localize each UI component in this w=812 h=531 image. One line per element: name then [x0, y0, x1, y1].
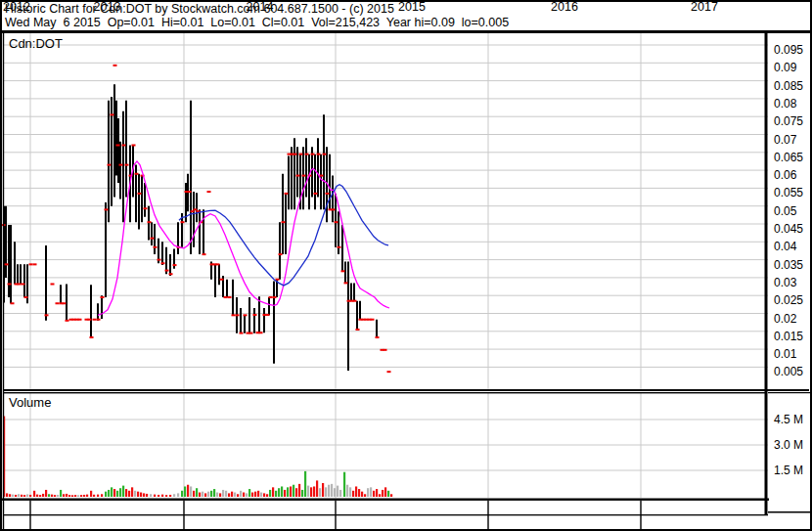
historic-stock-chart: Historic Chart for Cdn:DOT by Stockwatch…	[0, 0, 812, 531]
year-axis-label: 2014	[239, 0, 282, 14]
price-axis-label: 0.03	[774, 277, 796, 289]
year-axis-label: 2013	[86, 0, 129, 14]
price-axis-label: 0.01	[774, 348, 796, 361]
price-axis-label: 0.035	[774, 259, 803, 272]
price-axis-label: 0.055	[774, 187, 803, 199]
symbol-label: Cdn:DOT	[9, 36, 63, 51]
price-axis-label: 0.04	[774, 241, 796, 253]
price-axis-label: 0.02	[774, 313, 796, 326]
price-axis-label: 0.06	[774, 169, 796, 182]
year-axis-label: 2017	[683, 0, 726, 14]
price-axis-label: 0.025	[774, 294, 803, 307]
chart-header-title: Historic Chart for Cdn:DOT by Stockwatch…	[5, 2, 394, 16]
price-axis-label: 0.015	[774, 331, 803, 343]
year-axis-label: 2016	[543, 0, 586, 14]
price-axis-label: 0.075	[774, 115, 803, 128]
price-axis-label: 0.08	[774, 98, 796, 111]
price-axis-label: 0.085	[774, 80, 803, 93]
chart-canvas	[0, 0, 812, 531]
price-axis-label: 0.05	[774, 205, 796, 218]
quote-summary-line: Wed May 6 2015 Op=0.01 Hi=0.01 Lo=0.01 C…	[5, 16, 509, 29]
price-axis-label: 0.095	[774, 44, 803, 57]
year-axis-label: 2015	[390, 0, 433, 14]
volume-axis-label: 1.5 M	[774, 465, 803, 477]
price-axis-label: 0.07	[774, 134, 796, 147]
price-axis-label: 0.005	[774, 366, 803, 378]
price-axis-label: 0.045	[774, 223, 803, 236]
year-axis-label: 2012	[0, 0, 38, 14]
volume-axis-label: 3.0 M	[774, 439, 803, 452]
volume-panel-label: Volume	[9, 395, 51, 410]
price-axis-label: 0.065	[774, 152, 803, 164]
volume-axis-label: 4.5 M	[774, 414, 803, 426]
price-axis-label: 0.09	[774, 62, 796, 74]
